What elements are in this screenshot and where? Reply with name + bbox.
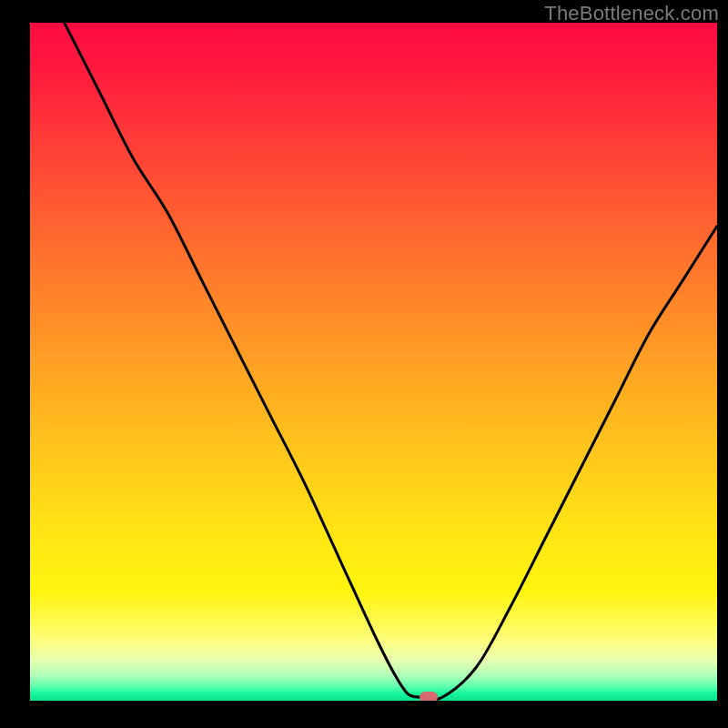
chart-frame: TheBottleneck.com xyxy=(0,0,728,728)
bottleneck-curve-path xyxy=(65,23,717,700)
optimal-point-marker xyxy=(420,692,438,701)
plot-area xyxy=(30,23,717,701)
curve-svg xyxy=(30,23,717,701)
watermark-text: TheBottleneck.com xyxy=(544,2,719,25)
